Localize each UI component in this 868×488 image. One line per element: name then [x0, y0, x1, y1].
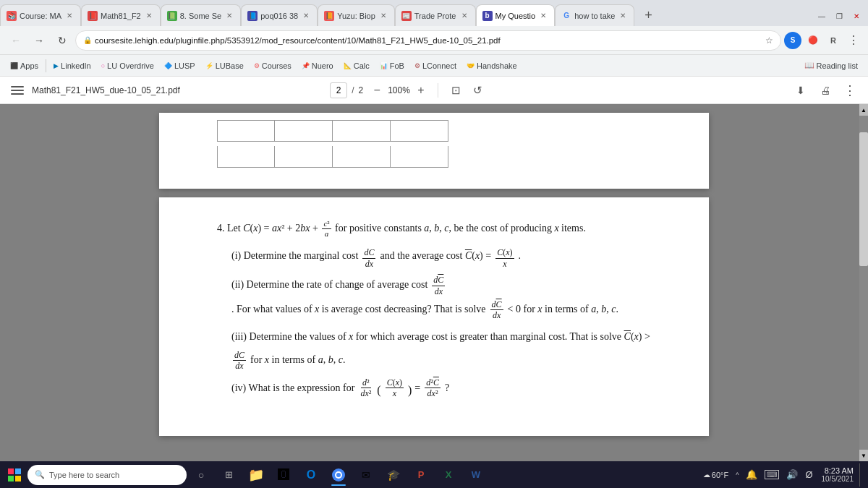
menu-button[interactable]: ⋮: [845, 32, 862, 49]
back-button[interactable]: ←: [6, 30, 26, 51]
taskbar-clock[interactable]: 8:23 AM 10/5/2021: [817, 466, 859, 483]
bookmark-lusp[interactable]: 🔷 LUSP: [160, 60, 200, 72]
bookmark-lconnect[interactable]: ⚙ LConnect: [410, 60, 461, 72]
taskbar-notification-bell[interactable]: 🔔: [743, 468, 760, 481]
taskbar-keyboard[interactable]: ⌨: [762, 468, 782, 481]
pdf-zoom-in-button[interactable]: +: [413, 82, 429, 98]
bookmark-linkedin[interactable]: ▶ LinkedIn: [49, 60, 95, 72]
problem-4-part-iv: (iv) What is the expression for d² dx² (…: [231, 377, 651, 403]
bookmark-courses[interactable]: ⚙ Courses: [250, 60, 296, 72]
reading-list-icon: 📖: [804, 61, 814, 70]
browser-window: 📚 Course: MA ✕ 📕 Math81_F2 ✕ 📗 8. Some S…: [0, 0, 868, 488]
address-bar[interactable]: 🔒 coursesite.lehigh.edu/pluginfile.php/5…: [75, 30, 781, 51]
tab-myq-close[interactable]: ✕: [538, 11, 548, 21]
bookmark-star-icon[interactable]: ☆: [765, 35, 773, 46]
minimize-button[interactable]: —: [814, 9, 829, 23]
ext-icon-1[interactable]: 🔴: [804, 32, 822, 49]
taskbar-taskview[interactable]: ⊞: [216, 463, 242, 487]
pdf-menu-icon[interactable]: [9, 82, 26, 99]
taskbar-office[interactable]: 🅾: [271, 463, 297, 487]
pdf-zoom-out-button[interactable]: −: [369, 82, 385, 98]
taskbar-network[interactable]: Ø: [802, 468, 815, 481]
taskbar-powerpoint[interactable]: P: [408, 463, 434, 487]
tab-course-close[interactable]: ✕: [64, 11, 75, 21]
tab-myq[interactable]: b My Questio ✕: [476, 4, 556, 26]
refresh-button[interactable]: ↻: [52, 30, 72, 51]
pdf-page-content: 4. Let C(x) = ax² + 2bx + c² a for posit…: [159, 197, 709, 436]
taskbar-notification-area[interactable]: [859, 463, 865, 487]
part-ii-mid: . For what values of x is average cost d…: [231, 299, 486, 320]
scrollbar-up[interactable]: ▲: [859, 104, 868, 116]
taskbar-grad[interactable]: 🎓: [380, 463, 407, 487]
tab-howtotake-close[interactable]: ✕: [618, 11, 628, 21]
pdf-download-button[interactable]: ⬇: [791, 81, 810, 100]
taskbar-date: 10/5/2021: [822, 475, 854, 483]
bookmark-handshake[interactable]: 🤝 Handshake: [462, 60, 522, 72]
tab-howtotake[interactable]: G how to take ✕: [555, 4, 634, 26]
scrollbar-thumb[interactable]: [859, 132, 868, 266]
taskbar-weather[interactable]: ☁ 60°F: [700, 469, 731, 481]
tab-trade-close[interactable]: ✕: [459, 11, 469, 21]
reading-list[interactable]: 📖 Reading list: [800, 59, 862, 72]
bell-icon: 🔔: [746, 469, 757, 480]
tab-poq-label: poq016 38: [260, 12, 298, 20]
pdf-print-button[interactable]: 🖨: [816, 81, 835, 100]
tab-course[interactable]: 📚 Course: MA ✕: [0, 4, 81, 26]
volume-icon: 🔊: [786, 469, 798, 480]
frac-dcdx: dC dx: [362, 247, 375, 269]
pdf-rotate-button[interactable]: ↺: [469, 81, 488, 100]
taskbar-search-bar[interactable]: 🔍 Type here to search: [27, 465, 187, 485]
tab-8some[interactable]: 📗 8. Some Se ✕: [161, 4, 241, 26]
chrome-icon: [332, 468, 345, 481]
scrollbar-down[interactable]: ▼: [859, 450, 868, 461]
pdf-fit-button[interactable]: ⊡: [447, 81, 466, 100]
pdf-current-page-input[interactable]: [330, 82, 347, 98]
pdf-scrollbar[interactable]: ▲ ▼: [859, 104, 868, 461]
bookmark-nuero[interactable]: 📌 Nuero: [297, 60, 338, 72]
bookmark-luoverdrive-label: LU Overdrive: [107, 61, 154, 70]
tab-howtotake-favicon: G: [561, 11, 571, 21]
new-tab-button[interactable]: +: [637, 4, 659, 26]
bookmark-apps[interactable]: ⬛ Apps: [6, 60, 43, 72]
pdf-page-main: 4. Let C(x) = ax² + 2bx + c² a for posit…: [159, 197, 709, 436]
ext-icon-r[interactable]: R: [825, 32, 842, 49]
pdf-filename: Math81_F21_HW5_due-10_05_21.pdf: [32, 85, 324, 95]
taskbar-file-explorer[interactable]: 📁: [243, 463, 269, 487]
pdf-content[interactable]: 4. Let C(x) = ax² + 2bx + c² a for posit…: [0, 104, 868, 461]
bookmark-calc-label: Calc: [354, 61, 370, 70]
tab-yuzu[interactable]: 📙 Yuzu: Biop ✕: [318, 4, 395, 26]
tab-math81[interactable]: 📕 Math81_F2 ✕: [81, 4, 161, 26]
pdf-more-button[interactable]: ⋮: [841, 81, 859, 100]
bookmark-luoverdrive[interactable]: ○ LU Overdrive: [97, 60, 158, 72]
scrollbar-track: [859, 116, 868, 450]
start-button[interactable]: [3, 463, 26, 487]
bookmark-fob-label: FoB: [390, 61, 404, 70]
taskbar-outlook[interactable]: O: [298, 463, 324, 487]
taskbar-time: 8:23 AM: [825, 466, 854, 475]
tab-poq-close[interactable]: ✕: [301, 11, 311, 21]
maximize-button[interactable]: ❐: [832, 9, 846, 23]
tab-yuzu-close[interactable]: ✕: [378, 11, 388, 21]
taskbar-mail[interactable]: ✉: [353, 463, 379, 487]
lusp-favicon: 🔷: [164, 62, 172, 69]
tab-8some-close[interactable]: ✕: [224, 11, 234, 21]
taskbar-volume[interactable]: 🔊: [783, 468, 801, 481]
part-iii-end: for x in terms of a, b, c.: [250, 350, 345, 370]
taskbar-excel[interactable]: X: [435, 463, 461, 487]
calc-favicon: 📐: [344, 62, 352, 69]
bookmark-calc[interactable]: 📐 Calc: [339, 60, 374, 72]
taskbar-word[interactable]: W: [463, 463, 489, 487]
tab-math81-close[interactable]: ✕: [144, 11, 154, 21]
forward-button[interactable]: →: [29, 30, 49, 51]
taskbar-chrome[interactable]: [326, 463, 352, 487]
taskbar-cortana[interactable]: ○: [188, 463, 214, 487]
problem-4-part-i: (i) Determine the marginal cost dC dx an…: [231, 247, 651, 269]
profile-icon[interactable]: S: [784, 32, 801, 49]
bookmark-lubase[interactable]: ⚡ LUBase: [201, 60, 248, 72]
bookmark-fob[interactable]: 📊 FoB: [375, 60, 409, 72]
tab-poq[interactable]: 📘 poq016 38 ✕: [241, 4, 318, 26]
close-button[interactable]: ✕: [849, 9, 864, 23]
taskbar-chevron[interactable]: ^: [733, 470, 741, 480]
tab-trade[interactable]: 📰 Trade Prote ✕: [395, 4, 476, 26]
lconnect-favicon: ⚙: [414, 62, 420, 69]
